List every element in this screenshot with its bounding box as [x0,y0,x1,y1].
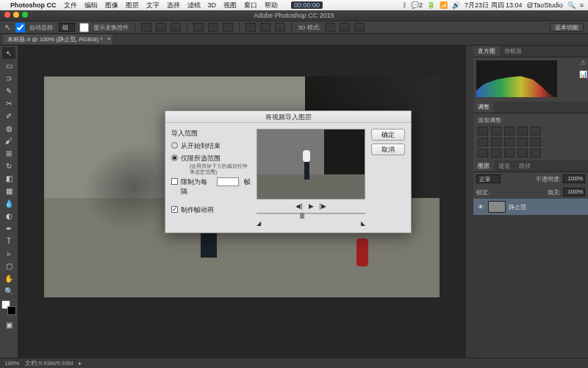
adjust-selectivecolor-icon[interactable] [531,149,541,158]
eyedropper-tool[interactable]: ✐ [2,110,15,121]
3d-icon[interactable] [340,23,350,32]
layer-name[interactable]: 静止范 [509,203,526,211]
workspace-dropdown[interactable]: 基本功能 [550,23,584,32]
wechat-icon[interactable]: 💬2 [411,1,423,9]
menu-image[interactable]: 图像 [105,1,118,10]
menu-view[interactable]: 视图 [223,1,237,10]
lasso-tool[interactable]: ⊃ [2,72,15,84]
stamp-tool[interactable]: ⊞ [2,147,15,159]
distribute-icon[interactable] [275,23,285,32]
pen-tool[interactable]: ✒ [2,222,15,234]
adjust-channelmixer-icon[interactable] [531,138,541,146]
lock-position-icon[interactable] [503,188,512,196]
radio-selected-range[interactable]: 仅限所选范围(使用滑块下方的裁切控件来选定范围) [171,154,251,174]
quick-select-tool[interactable]: ✎ [2,85,15,96]
opacity-value[interactable]: 100% [563,174,585,183]
spotlight-icon[interactable]: 🔍 [567,1,576,9]
color-swatches[interactable] [1,300,16,315]
zoom-tool[interactable]: 🔍 [2,285,15,297]
wifi-icon[interactable]: 📶 [440,1,448,9]
user-name[interactable]: @TaoStudio [527,1,563,9]
adjust-vibrance-icon[interactable] [531,127,541,135]
tab-histogram[interactable]: 直方图 [473,46,500,57]
crop-tool[interactable]: ✂ [2,97,15,109]
menu-help[interactable]: 帮助 [265,1,278,10]
brush-tool[interactable]: 🖌 [2,135,15,146]
eraser-tool[interactable]: ◧ [2,172,15,184]
adjust-levels-icon[interactable] [491,127,501,135]
adjust-hue-icon[interactable] [478,138,488,146]
histogram-mode-icon[interactable]: 📊 [579,71,587,78]
distribute-icon[interactable] [260,23,270,32]
radio-begin-to-end[interactable]: 从开始到结束 [171,141,251,151]
align-icon[interactable] [193,23,204,32]
volume-icon[interactable]: 🔊 [452,1,460,9]
status-arrow-icon[interactable]: ▸ [79,360,82,367]
blur-tool[interactable]: 💧 [2,197,15,209]
minimize-window[interactable] [13,12,19,18]
menu-file[interactable]: 文件 [64,1,77,10]
checkbox-make-animation[interactable]: 制作帧动画 [171,205,251,215]
auto-select-dropdown[interactable]: 组 [59,23,75,32]
type-tool[interactable]: T [2,235,15,247]
adjust-photofilter-icon[interactable] [517,138,528,146]
warning-icon[interactable]: ⚠ [579,59,587,66]
tab-channels[interactable]: 通道 [494,160,514,171]
ok-button[interactable]: 确定 [371,129,405,141]
history-brush-tool[interactable]: ↻ [2,160,15,171]
adjust-gradientmap-icon[interactable] [517,149,528,158]
clock-date[interactable]: 7月23日 周四 13:04 [465,1,523,10]
adjust-brightness-icon[interactable] [478,127,488,135]
transform-controls-checkbox[interactable] [79,23,89,32]
align-icon[interactable] [141,23,151,32]
distribute-icon[interactable] [245,23,256,32]
checkbox-limit-frames[interactable]: 限制为每隔帧 [171,177,251,197]
bluetooth-icon[interactable]: ᛒ [403,1,406,9]
zoom-level[interactable]: 100% [4,360,19,367]
close-tab-icon[interactable]: × [107,35,111,42]
lock-all-icon[interactable] [514,188,523,196]
align-icon[interactable] [208,23,218,32]
tab-layers[interactable]: 图层 [473,160,494,171]
align-icon[interactable] [171,23,181,32]
adjust-curves-icon[interactable] [504,127,514,135]
doc-size[interactable]: 文档:5.93M/5.93M [25,359,73,367]
out-point-handle[interactable]: ◣ [361,220,365,227]
shape-tool[interactable]: ▢ [2,260,15,272]
adjust-bw-icon[interactable] [504,138,514,146]
heal-tool[interactable]: ◍ [2,122,15,134]
lock-pixels-icon[interactable] [492,188,501,196]
move-tool[interactable]: ↖ [2,47,15,59]
path-select-tool[interactable]: ▹ [2,247,15,259]
gradient-tool[interactable]: ▦ [2,185,15,197]
cancel-button[interactable]: 取消 [371,144,405,155]
screen-mode[interactable]: ▣ [2,319,15,330]
battery-icon[interactable]: 🔋 [427,1,435,9]
menu-edit[interactable]: 编辑 [85,1,98,10]
collapsed-panel-strip[interactable] [466,46,473,358]
play-button[interactable]: ▶ [309,202,314,210]
zoom-window[interactable] [22,12,28,18]
adjust-invert-icon[interactable] [478,149,488,158]
hand-tool[interactable]: ✋ [2,272,15,284]
auto-select-checkbox[interactable] [15,23,25,32]
notification-icon[interactable]: ≡ [580,1,584,9]
prev-frame-button[interactable]: ◀| [295,202,302,210]
timeline-slider[interactable] [257,213,365,219]
adjust-posterize-icon[interactable] [491,149,501,158]
fill-value[interactable]: 100% [563,188,585,197]
3d-icon[interactable] [325,23,335,32]
layer-thumbnail[interactable] [488,201,506,213]
adjust-threshold-icon[interactable] [504,149,514,158]
menu-select[interactable]: 选择 [167,1,180,10]
marquee-tool[interactable]: ▭ [2,60,15,71]
adjust-colorbalance-icon[interactable] [491,138,501,146]
layer-row[interactable]: 👁 静止范 [473,199,588,215]
tab-navigator[interactable]: 导航器 [500,46,526,57]
3d-icon[interactable] [354,23,365,32]
dodge-tool[interactable]: ◐ [2,210,15,222]
align-icon[interactable] [156,23,166,32]
in-point-handle[interactable]: ◢ [257,220,261,227]
document-tab[interactable]: 未标题-9 @ 100% (静止范, RGB/8) *× [3,35,112,44]
menu-type[interactable]: 文字 [146,1,159,10]
